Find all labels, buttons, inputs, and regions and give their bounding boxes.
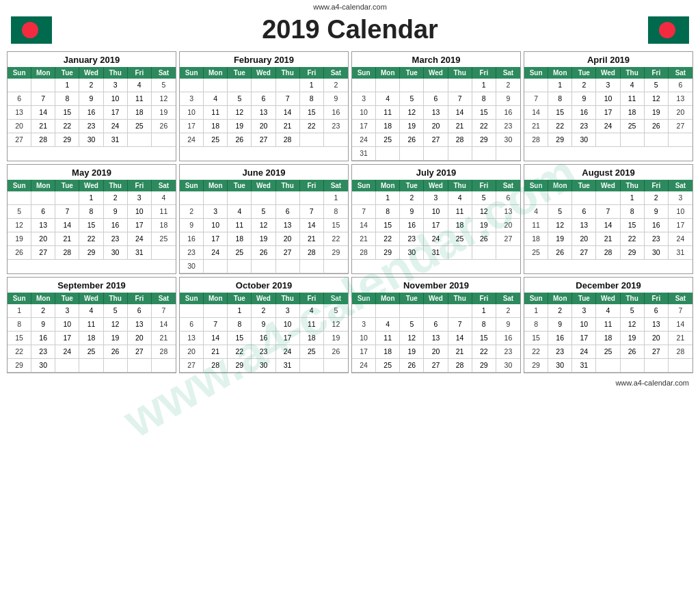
day-cell: 4	[621, 79, 645, 92]
empty-cell	[424, 79, 448, 92]
day-header-fri: Fri	[472, 293, 496, 304]
day-cell: 29	[55, 133, 79, 147]
day-headers-2: SunMonTueWedThuFriSat	[180, 67, 348, 79]
day-cell: 24	[352, 133, 376, 147]
day-cell: 20	[669, 106, 692, 120]
day-header-sat: Sat	[669, 293, 692, 304]
empty-cell	[324, 359, 348, 373]
day-cell: 8	[548, 92, 572, 106]
empty-cell	[79, 359, 103, 373]
day-header-wed: Wed	[424, 293, 448, 304]
day-cell: 27	[424, 359, 448, 373]
day-headers-9: SunMonTueWedThuFriSat	[8, 293, 176, 304]
day-cell: 30	[572, 133, 596, 147]
day-cell: 17	[276, 332, 300, 345]
day-cell: 4	[204, 92, 228, 106]
day-headers-5: SunMonTueWedThuFriSat	[8, 180, 176, 191]
day-header-fri: Fri	[472, 67, 496, 79]
day-header-sun: Sun	[524, 180, 548, 191]
day-cell: 11	[204, 106, 228, 120]
day-cell: 1	[8, 304, 31, 318]
day-header-sun: Sun	[8, 293, 31, 304]
day-cell: 17	[128, 219, 152, 232]
day-cell: 19	[400, 345, 424, 359]
day-cell: 19	[324, 332, 348, 345]
day-cell: 4	[79, 304, 103, 318]
empty-cell	[669, 359, 692, 373]
day-cell: 22	[472, 345, 496, 359]
day-cell: 20	[496, 219, 520, 232]
empty-cell	[180, 191, 204, 205]
day-header-sat: Sat	[496, 180, 520, 191]
day-cell: 21	[204, 345, 228, 359]
day-header-tue: Tue	[228, 67, 252, 79]
day-cell: 12	[621, 318, 645, 332]
day-cell: 24	[596, 120, 620, 133]
day-header-mon: Mon	[376, 67, 400, 79]
day-cell: 2	[400, 191, 424, 205]
day-cell: 16	[548, 332, 572, 345]
day-header-tue: Tue	[55, 180, 79, 191]
month-block-6: June 2019SunMonTueWedThuFriSat1234567891…	[179, 164, 349, 274]
month-title-1: January 2019	[8, 52, 176, 67]
day-cell: 3	[55, 304, 79, 318]
month-block-1: January 2019SunMonTueWedThuFriSat1234567…	[7, 51, 176, 161]
day-cell: 24	[669, 232, 692, 246]
day-cell: 26	[621, 345, 645, 359]
day-cell: 16	[324, 106, 348, 120]
day-header-tue: Tue	[55, 67, 79, 79]
day-cell: 16	[645, 219, 669, 232]
day-cell: 26	[400, 359, 424, 373]
day-cell: 21	[448, 120, 472, 133]
day-headers-7: SunMonTueWedThuFriSat	[352, 180, 520, 191]
empty-cell	[276, 191, 300, 205]
empty-cell	[180, 304, 204, 318]
day-cell: 31	[276, 359, 300, 373]
day-header-fri: Fri	[300, 180, 324, 191]
month-block-9: September 2019SunMonTueWedThuFriSat12345…	[7, 277, 176, 373]
day-header-thu: Thu	[276, 67, 300, 79]
day-cell: 8	[376, 205, 400, 219]
day-cell: 16	[252, 332, 275, 345]
empty-cell	[252, 260, 275, 273]
day-cell: 22	[300, 120, 324, 133]
day-cell: 25	[448, 232, 472, 246]
day-cell: 31	[669, 246, 692, 260]
day-cell: 9	[400, 205, 424, 219]
day-cell: 10	[204, 219, 228, 232]
day-cell: 3	[352, 318, 376, 332]
day-cell: 27	[8, 133, 31, 147]
day-cell: 1	[300, 79, 324, 92]
empty-cell	[596, 191, 620, 205]
day-cell: 17	[55, 332, 79, 345]
day-cell: 21	[524, 120, 548, 133]
day-cell: 15	[300, 106, 324, 120]
day-header-wed: Wed	[79, 180, 103, 191]
day-cell: 25	[596, 345, 620, 359]
day-cell: 24	[572, 345, 596, 359]
day-header-sun: Sun	[180, 67, 204, 79]
day-cell: 29	[548, 133, 572, 147]
svg-point-1	[22, 22, 38, 38]
empty-cell	[204, 304, 228, 318]
day-cell: 11	[128, 92, 152, 106]
day-cell: 25	[621, 120, 645, 133]
day-cell: 8	[228, 318, 252, 332]
day-cell: 10	[104, 92, 128, 106]
empty-cell	[448, 79, 472, 92]
day-cell: 8	[300, 92, 324, 106]
day-cell: 2	[572, 79, 596, 92]
empty-cell	[300, 260, 324, 273]
day-cell: 26	[152, 120, 176, 133]
empty-cell	[621, 133, 645, 147]
day-cell: 6	[496, 191, 520, 205]
day-cell: 13	[572, 219, 596, 232]
day-cell: 22	[55, 120, 79, 133]
day-cell: 13	[252, 106, 275, 120]
day-cell: 11	[228, 219, 252, 232]
empty-cell	[400, 79, 424, 92]
day-cell: 12	[152, 92, 176, 106]
day-cell: 26	[252, 246, 275, 260]
day-cell: 17	[352, 120, 376, 133]
day-cell: 9	[572, 92, 596, 106]
